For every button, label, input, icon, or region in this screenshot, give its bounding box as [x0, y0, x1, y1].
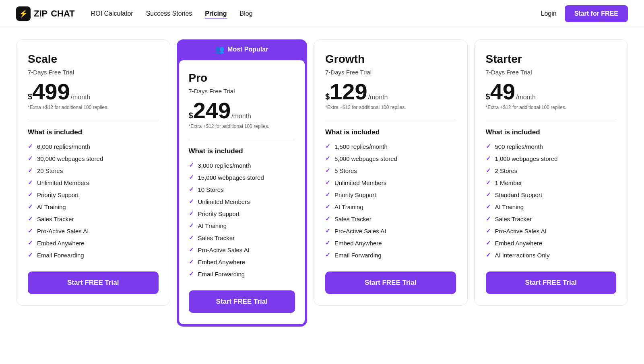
feature-text: AI Training	[198, 222, 227, 229]
feature-item: ✓10 Stores	[189, 186, 295, 193]
check-icon: ✓	[325, 167, 330, 174]
feature-text: Unlimited Members	[334, 179, 386, 186]
feature-item: ✓Priority Support	[189, 210, 295, 217]
check-icon: ✓	[325, 191, 330, 198]
popular-icon: 👥	[215, 45, 224, 54]
check-icon: ✓	[486, 203, 491, 210]
divider	[189, 139, 295, 139]
divider	[28, 120, 159, 120]
start-trial-button-starter[interactable]: Start FREE Trial	[486, 271, 617, 294]
plan-name: Starter	[486, 53, 617, 66]
feature-item: ✓Standard Support	[486, 191, 617, 198]
price-period: /month	[231, 113, 251, 120]
feature-item: ✓Sales Tracker	[325, 215, 456, 222]
start-free-nav-button[interactable]: Start for FREE	[565, 5, 628, 22]
price-dollar: $	[189, 111, 193, 120]
plan-card-scale: Scale 7-Days Free Trial $ 499 /month *Ex…	[16, 39, 170, 306]
feature-item: ✓Pro-Active Sales AI	[189, 246, 295, 253]
check-icon: ✓	[28, 179, 33, 186]
check-icon: ✓	[28, 191, 33, 198]
nav-item-success[interactable]: Success Stories	[146, 10, 192, 17]
feature-list: ✓3,000 replies/month✓15,000 webpages sto…	[189, 162, 295, 278]
feature-item: ✓Embed Anywhere	[486, 239, 617, 247]
price-dollar: $	[28, 92, 32, 101]
check-icon: ✓	[28, 215, 33, 222]
check-icon: ✓	[189, 258, 194, 265]
feature-text: Priority Support	[334, 191, 376, 198]
check-icon: ✓	[486, 179, 491, 186]
check-icon: ✓	[189, 162, 194, 169]
nav-item-pricing[interactable]: Pricing	[205, 10, 227, 17]
price-amount: 129	[330, 80, 367, 103]
feature-text: 20 Stores	[37, 167, 63, 174]
feature-item: ✓AI Training	[325, 203, 456, 210]
plan-card-growth: Growth 7-Days Free Trial $ 129 /month *E…	[314, 39, 468, 306]
feature-item: ✓Pro-Active Sales AI	[28, 227, 159, 234]
feature-item: ✓1 Member	[486, 179, 617, 186]
pricing-container: Scale 7-Days Free Trial $ 499 /month *Ex…	[8, 27, 636, 339]
feature-item: ✓6,000 replies/month	[28, 143, 159, 150]
trial-label: 7-Days Free Trial	[325, 69, 456, 76]
check-icon: ✓	[325, 251, 330, 259]
feature-text: 6,000 replies/month	[37, 143, 90, 150]
price-period: /month	[368, 94, 388, 101]
feature-item: ✓Pro-Active Sales AI	[325, 227, 456, 234]
check-icon: ✓	[189, 186, 194, 193]
feature-text: AI Interractions Only	[495, 252, 550, 259]
start-trial-button-pro[interactable]: Start FREE Trial	[189, 290, 295, 313]
feature-item: ✓Sales Tracker	[189, 234, 295, 241]
nav-item-blog[interactable]: Blog	[240, 10, 253, 17]
login-link[interactable]: Login	[541, 10, 557, 17]
check-icon: ✓	[325, 155, 330, 162]
price-row: $ 129 /month	[325, 80, 456, 103]
feature-item: ✓AI Training	[486, 203, 617, 210]
logo[interactable]: ⚡ ZIPCHAT	[16, 6, 75, 21]
start-trial-button-scale[interactable]: Start FREE Trial	[28, 271, 159, 294]
price-dollar: $	[486, 92, 490, 101]
check-icon: ✓	[28, 203, 33, 210]
price-amount: 249	[193, 99, 231, 122]
feature-item: ✓500 replies/month	[486, 143, 617, 150]
plan-card-starter: Starter 7-Days Free Trial $ 49 /month *E…	[474, 39, 628, 306]
popular-inner: Pro 7-Days Free Trial $ 249 /month *Extr…	[178, 60, 306, 325]
start-trial-button-growth[interactable]: Start FREE Trial	[325, 271, 456, 294]
feature-item: ✓Embed Anywhere	[325, 239, 456, 247]
feature-text: 30,000 webpages stored	[37, 155, 103, 162]
nav-item-roi[interactable]: ROI Calculator	[91, 10, 133, 17]
price-note: *Extra +$12 for additional 100 replies.	[189, 123, 295, 129]
price-note: *Extra +$12 for additional 100 replies.	[28, 105, 159, 110]
price-period: /month	[516, 94, 536, 101]
check-icon: ✓	[325, 215, 330, 222]
check-icon: ✓	[486, 143, 491, 150]
feature-item: ✓5,000 webpages stored	[325, 155, 456, 162]
feature-item: ✓Priority Support	[325, 191, 456, 198]
check-icon: ✓	[189, 174, 194, 181]
feature-item: ✓Email Forwarding	[28, 251, 159, 259]
feature-item: ✓Embed Anywhere	[189, 258, 295, 265]
feature-item: ✓2 Stores	[486, 167, 617, 174]
feature-item: ✓5 Stores	[325, 167, 456, 174]
check-icon: ✓	[486, 251, 491, 259]
feature-item: ✓30,000 webpages stored	[28, 155, 159, 162]
price-dollar: $	[325, 92, 330, 101]
popular-badge: 👥Most Popular	[177, 39, 308, 60]
feature-text: Standard Support	[495, 191, 543, 198]
check-icon: ✓	[28, 167, 33, 174]
plan-card-pro: 👥Most Popular Pro 7-Days Free Trial $ 24…	[177, 39, 308, 327]
price-row: $ 249 /month	[189, 99, 295, 122]
logo-icon: ⚡	[16, 6, 31, 21]
feature-list: ✓6,000 replies/month✓30,000 webpages sto…	[28, 143, 159, 259]
check-icon: ✓	[486, 215, 491, 222]
feature-text: Email Forwarding	[198, 271, 245, 278]
nav-links: ROI Calculator Success Stories Pricing B…	[91, 10, 253, 17]
feature-item: ✓Embed Anywhere	[28, 239, 159, 247]
check-icon: ✓	[28, 251, 33, 259]
check-icon: ✓	[28, 155, 33, 162]
plan-name: Pro	[189, 72, 295, 84]
feature-item: ✓Unlimited Members	[325, 179, 456, 186]
feature-item: ✓Sales Tracker	[486, 215, 617, 222]
trial-label: 7-Days Free Trial	[486, 69, 617, 76]
feature-text: Priority Support	[37, 191, 78, 198]
feature-text: Unlimited Members	[37, 179, 89, 186]
divider	[325, 120, 456, 120]
